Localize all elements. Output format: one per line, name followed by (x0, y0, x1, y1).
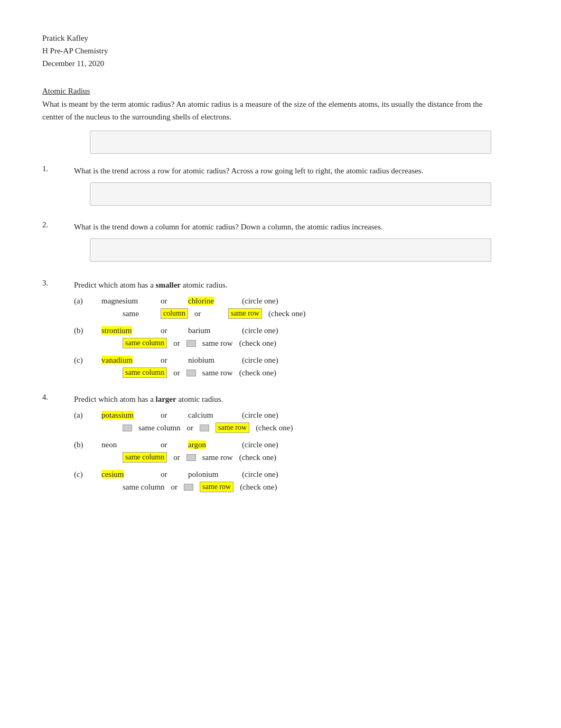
q4a-checkbox2 (200, 425, 209, 431)
q4b: (b) neon or argon (circle one) same colu… (74, 440, 519, 463)
student-name: Pratick Kafley (42, 32, 519, 44)
q3a-circle: (circle one) (242, 297, 295, 306)
q3b-atom1: strontium (101, 326, 154, 335)
q4c: (c) cesium or polonium (circle one) same… (74, 470, 519, 492)
q4c-atom1: cesium (101, 470, 154, 479)
q4a-letter: (a) (74, 411, 95, 420)
q3c: (c) vanadium or niobium (circle one) sam… (74, 356, 519, 378)
q4-label: Predict which atom has a (74, 395, 154, 403)
q3a: (a) magnesium or chlorine (circle one) s… (74, 297, 519, 319)
answer-box-q2 (90, 238, 491, 262)
q4-sub: (a) potassium or calcium (circle one) sa… (74, 411, 519, 492)
header: Pratick Kafley H Pre-AP Chemistry Decemb… (42, 32, 519, 70)
q4c-letter: (c) (74, 470, 95, 479)
q3b: (b) strontium or barium (circle one) sam… (74, 326, 519, 348)
q3a-check: (check one) (268, 309, 305, 318)
q3a-atom1: magnesium (101, 297, 154, 306)
q4-text: Predict which atom has a larger atomic r… (74, 393, 223, 406)
q4c-row-hl: same row (200, 482, 233, 492)
q3b-or: or (161, 326, 182, 335)
q3b-check: (check one) (239, 339, 276, 348)
q3a-or2: or (194, 309, 205, 318)
q4b-circle: (circle one) (242, 440, 295, 449)
answer-box-q1 (90, 182, 491, 206)
q3b-atom2: barium (188, 326, 236, 335)
q3b-row: same row (202, 339, 233, 348)
q4a-circle: (circle one) (242, 411, 295, 420)
q3c-or2: or (173, 368, 180, 377)
q4c-or2: or (171, 483, 178, 492)
q3c-check: (check one) (239, 368, 276, 377)
q3b-or2: or (173, 339, 180, 348)
q4b-row: same row (202, 453, 233, 462)
q4a: (a) potassium or calcium (circle one) sa… (74, 411, 519, 433)
q4b-checkbox (186, 454, 196, 461)
q3b-circle: (circle one) (242, 326, 295, 335)
q3a-row-hl: same row (228, 308, 262, 319)
q3-label: Predict which atom has a (74, 281, 154, 289)
q4b-column-hl: same column (123, 452, 167, 463)
q4b-check: (check one) (239, 453, 276, 462)
q1-num: 1. (42, 164, 74, 173)
answer-box-top (90, 131, 491, 154)
q3-bold: smaller (156, 281, 181, 289)
q4c-same: same column (123, 483, 165, 492)
q3-text: Predict which atom has a smaller atomic … (74, 279, 228, 291)
question-3: 3. Predict which atom has a smaller atom… (42, 279, 519, 378)
q3c-column-hl: same column (123, 367, 167, 378)
question-4: 4. Predict which atom has a larger atomi… (42, 393, 519, 492)
section-title: Atomic Radius (42, 87, 519, 96)
q4a-or: or (161, 411, 182, 420)
q4b-atom2: argon (188, 440, 236, 449)
q3-num: 3. (42, 279, 74, 288)
q3c-circle: (circle one) (242, 356, 295, 365)
q3c-checkbox (186, 370, 196, 376)
q4b-or2: or (173, 453, 180, 462)
q4a-same-col: same column (138, 423, 181, 432)
q4b-letter: (b) (74, 440, 95, 449)
q3c-letter: (c) (74, 356, 95, 365)
q4-num: 4. (42, 393, 74, 402)
q4c-checkbox (184, 484, 193, 491)
q2-num: 2. (42, 220, 74, 229)
q2-text: What is the trend down a column for atom… (74, 220, 383, 233)
q3a-letter: (a) (74, 297, 95, 306)
q3c-or: or (161, 356, 182, 365)
q4-label2: atomic radius. (178, 395, 223, 403)
questions-container: 1. What is the trend across a row for at… (42, 164, 519, 492)
q3c-atom1: vanadium (101, 356, 154, 365)
q3a-or: or (161, 297, 182, 306)
q1-text: What is the trend across a row for atomi… (74, 164, 423, 177)
class-name: H Pre-AP Chemistry (42, 44, 519, 57)
q4b-atom1: neon (101, 440, 154, 449)
q4-bold: larger (156, 395, 176, 403)
q4c-atom2: polonium (188, 470, 236, 479)
q4c-or: or (161, 470, 182, 479)
q3b-column-hl: same column (123, 338, 167, 348)
question-1: 1. What is the trend across a row for at… (42, 164, 519, 206)
question-2: 2. What is the trend down a column for a… (42, 220, 519, 262)
q3-label2: atomic radius. (183, 281, 228, 289)
q3a-column-hl: column (161, 308, 188, 319)
q3b-letter: (b) (74, 326, 95, 335)
q4a-atom2: calcium (188, 411, 236, 420)
q4a-check: (check one) (256, 423, 293, 432)
q4b-or: or (161, 440, 182, 449)
q4a-checkbox (123, 425, 132, 431)
date: December 11, 2020 (42, 57, 519, 70)
q3c-atom2: niobium (188, 356, 236, 365)
q4a-row-hl: same row (216, 422, 249, 433)
q3c-row: same row (202, 368, 233, 377)
q3a-atom2: chlorine (188, 297, 236, 306)
q4a-atom1: potassium (101, 411, 154, 420)
q3a-same: same (123, 309, 154, 318)
q3-sub: (a) magnesium or chlorine (circle one) s… (74, 297, 519, 378)
intro-text: What is meant by the term atomic radius?… (42, 98, 497, 123)
q4c-check: (check one) (240, 483, 277, 492)
q4c-circle: (circle one) (242, 470, 295, 479)
q4a-or2: or (187, 423, 194, 432)
q3b-checkbox (186, 340, 196, 347)
